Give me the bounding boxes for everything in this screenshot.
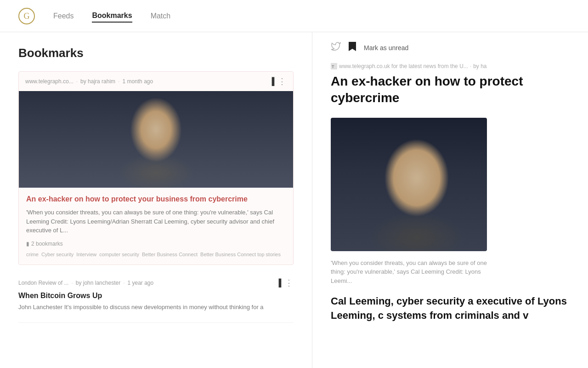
- meta-dot-1: ·: [76, 78, 78, 85]
- right-source-text: www.telegraph.co.uk for the latest news …: [339, 63, 468, 69]
- twitter-share-icon[interactable]: [331, 41, 341, 54]
- svg-text:G: G: [24, 12, 30, 21]
- mark-unread-button[interactable]: Mark as unread: [364, 44, 408, 52]
- svg-text:T: T: [332, 64, 334, 69]
- article-card-2-header: London Review of ... · by john lancheste…: [18, 278, 294, 292]
- article-actions-2: ▐ ⋮: [276, 278, 294, 288]
- bookmark-count-icon-1: ▮: [26, 241, 29, 247]
- article-excerpt-1: 'When you consider threats, you can alwa…: [26, 208, 286, 235]
- right-panel-toolbar: Mark as unread: [331, 41, 570, 54]
- bookmark-toolbar-icon[interactable]: [348, 41, 356, 54]
- main-nav: Feeds Bookmarks Match: [53, 10, 170, 23]
- source-favicon: T: [331, 63, 337, 69]
- right-panel: Mark as unread T www.telegraph.co.uk for…: [312, 32, 588, 368]
- nav-feeds[interactable]: Feeds: [53, 10, 74, 22]
- article-actions-1: ▐ ⋮: [269, 76, 287, 86]
- tag-interview: Interview: [76, 252, 96, 257]
- tag-computer-security: computer security: [99, 252, 139, 257]
- right-article-title: An ex-hacker on how to protect cybercrim…: [331, 73, 570, 107]
- nav-bookmarks[interactable]: Bookmarks: [92, 10, 132, 23]
- meta-dot-3: ·: [71, 280, 73, 286]
- article-title-2: When Bitcoin Grows Up: [18, 292, 294, 300]
- article-card-1[interactable]: www.telegraph.co... · by hajra rahim · 1…: [18, 71, 294, 265]
- meta-dot-2: ·: [118, 78, 119, 85]
- article-card-1-header: www.telegraph.co... · by hajra rahim · 1…: [19, 72, 293, 91]
- right-author-text: by ha: [473, 63, 486, 69]
- meta-dot-4: ·: [123, 280, 124, 286]
- right-source-dot: ·: [470, 63, 471, 69]
- tag-bbc: Better Business Connect: [142, 252, 198, 257]
- app-header: G Feeds Bookmarks Match: [0, 0, 588, 32]
- nav-match[interactable]: Match: [151, 10, 171, 22]
- article-body-2: When Bitcoin Grows Up John Lanchester It…: [18, 292, 294, 312]
- article-meta-2: London Review of ... · by john lancheste…: [18, 280, 153, 286]
- article-tags-1: crime Cyber security Interview computer …: [26, 252, 286, 257]
- article-time-1: 1 month ago: [122, 78, 153, 85]
- right-article-caption: 'When you consider threats, you can alwa…: [331, 259, 487, 286]
- article-body-1: An ex-hacker on how to protect your busi…: [19, 188, 293, 264]
- article-title-1: An ex-hacker on how to protect your busi…: [26, 194, 286, 204]
- right-article-source: T www.telegraph.co.uk for the latest new…: [331, 63, 570, 69]
- article-author-1: by hajra rahim: [80, 78, 115, 85]
- bookmarks-label-1: 2 bookmarks: [31, 241, 63, 247]
- article-meta-1: www.telegraph.co... · by hajra rahim · 1…: [25, 78, 153, 85]
- more-menu-icon-1[interactable]: ⋮: [278, 76, 287, 86]
- article-source-1: www.telegraph.co...: [25, 78, 74, 85]
- main-layout: Bookmarks www.telegraph.co... · by hajra…: [0, 32, 588, 368]
- article-source-2: London Review of ...: [18, 280, 68, 286]
- app-logo[interactable]: G: [18, 8, 35, 24]
- tag-crime: crime: [26, 252, 39, 257]
- article-image-1: [19, 91, 293, 188]
- page-title: Bookmarks: [18, 46, 294, 60]
- article-image-silhouette-1: [19, 91, 293, 188]
- article-excerpt-2: John Lanchester It's impossible to discu…: [18, 303, 294, 312]
- article-card-2[interactable]: London Review of ... · by john lancheste…: [18, 272, 294, 323]
- article-time-2: 1 year ago: [128, 280, 154, 286]
- right-article-image: [331, 118, 487, 251]
- article-bookmarks-count-1: ▮ 2 bookmarks: [26, 241, 286, 247]
- right-article-image-inner: [331, 118, 487, 251]
- left-panel: Bookmarks www.telegraph.co... · by hajra…: [0, 32, 312, 368]
- bookmark-icon-1[interactable]: ▐: [269, 77, 274, 86]
- article-author-2: by john lanchester: [76, 280, 120, 286]
- tag-cyber-security: Cyber security: [41, 252, 74, 257]
- tag-bbc-top-stories: Better Business Connect top stories: [200, 252, 281, 257]
- right-article-body: Cal Leeming, cyber security a executive …: [331, 294, 570, 323]
- more-menu-icon-2[interactable]: ⋮: [285, 278, 294, 288]
- bookmark-icon-2[interactable]: ▐: [276, 279, 281, 287]
